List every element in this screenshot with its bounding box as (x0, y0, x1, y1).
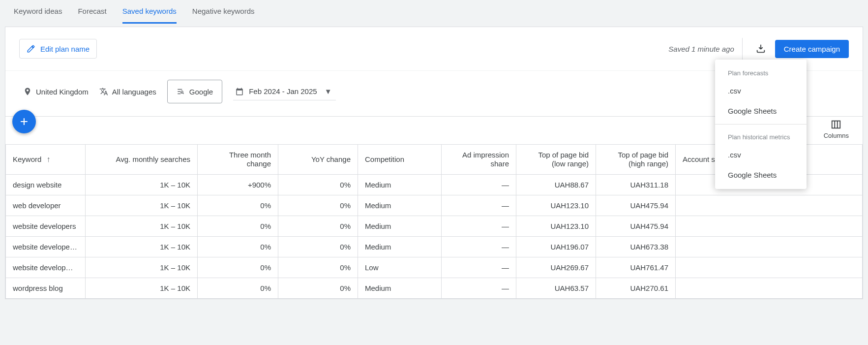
table-row[interactable]: web developer1K – 10K0%0%Medium—UAH123.1… (6, 195, 863, 216)
cell-imp: — (442, 278, 516, 299)
cell-bid-low: UAH123.10 (516, 195, 596, 216)
language-filter[interactable]: All languages (99, 87, 156, 96)
svg-rect-0 (832, 121, 840, 128)
col-competition[interactable]: Competition (358, 145, 442, 175)
location-label: United Kingdom (36, 88, 89, 96)
create-campaign-button[interactable]: Create campaign (775, 40, 849, 58)
cell-comp: Low (358, 257, 442, 278)
translate-icon (99, 87, 108, 96)
tab-keyword-ideas[interactable]: Keyword ideas (14, 0, 62, 24)
cell-keyword: wordpress blog (6, 278, 86, 299)
cell-tmc: 0% (198, 257, 278, 278)
table-row[interactable]: website developers1K – 10K0%0%Medium—UAH… (6, 216, 863, 237)
cell-yoy: 0% (278, 257, 358, 278)
cell-keyword: website developers (6, 216, 86, 237)
sort-arrow-icon: ↑ (47, 155, 51, 163)
cell-bid-low: UAH88.67 (516, 175, 596, 195)
download-button[interactable] (750, 38, 771, 59)
cell-yoy: 0% (278, 278, 358, 299)
cell-keyword: web developer (6, 195, 86, 216)
col-yoy-change[interactable]: YoY change (278, 145, 358, 175)
columns-button[interactable]: Columns (824, 119, 849, 139)
columns-label: Columns (824, 132, 849, 139)
cell-bid-high: UAH761.47 (596, 257, 676, 278)
location-filter[interactable]: United Kingdom (23, 87, 89, 96)
saved-status: Saved 1 minute ago (668, 45, 734, 53)
download-icon (755, 43, 766, 54)
edit-plan-name-label: Edit plan name (40, 45, 90, 53)
cell-tmc: 0% (198, 216, 278, 237)
network-label: Google (189, 88, 213, 96)
dropdown-sheets-historical[interactable]: Google Sheets (715, 165, 807, 185)
network-filter[interactable]: Google (167, 80, 222, 103)
cell-comp: Medium (358, 216, 442, 237)
cell-comp: Medium (358, 195, 442, 216)
cell-comp: Medium (358, 237, 442, 257)
dropdown-csv-forecasts[interactable]: .csv (715, 81, 807, 101)
dropdown-section-historical: Plan historical metrics (715, 127, 807, 145)
col-keyword[interactable]: Keyword ↑ (6, 145, 86, 175)
cell-avg: 1K – 10K (86, 257, 198, 278)
date-range-filter[interactable]: Feb 2024 - Jan 2025 ▼ (233, 83, 335, 100)
pencil-icon (27, 44, 35, 53)
cell-tmc: 0% (198, 237, 278, 257)
cell-avg: 1K – 10K (86, 237, 198, 257)
cell-status (676, 195, 863, 216)
cell-imp: — (442, 237, 516, 257)
cell-imp: — (442, 195, 516, 216)
add-keyword-button[interactable]: + (12, 110, 36, 133)
cell-bid-low: UAH123.10 (516, 216, 596, 237)
table-row[interactable]: wordpress blog1K – 10K0%0%Medium—UAH63.5… (6, 278, 863, 299)
edit-plan-name-button[interactable]: Edit plan name (19, 39, 97, 59)
dropdown-divider (715, 124, 807, 125)
tab-forecast[interactable]: Forecast (78, 0, 106, 24)
cell-avg: 1K – 10K (86, 216, 198, 237)
cell-avg: 1K – 10K (86, 278, 198, 299)
nav-tabs: Keyword ideas Forecast Saved keywords Ne… (0, 0, 868, 24)
cell-imp: — (442, 175, 516, 195)
calendar-icon (235, 87, 244, 96)
cell-avg: 1K – 10K (86, 175, 198, 195)
col-bid-low[interactable]: Top of page bid (low range) (516, 145, 596, 175)
col-bid-high[interactable]: Top of page bid (high range) (596, 145, 676, 175)
cell-comp: Medium (358, 175, 442, 195)
cell-comp: Medium (358, 278, 442, 299)
cell-imp: — (442, 257, 516, 278)
cell-bid-high: UAH311.18 (596, 175, 676, 195)
tab-negative-keywords[interactable]: Negative keywords (192, 0, 255, 24)
cell-bid-high: UAH475.94 (596, 195, 676, 216)
table-row[interactable]: website developmen…1K – 10K0%0%Low—UAH26… (6, 257, 863, 278)
cell-yoy: 0% (278, 175, 358, 195)
col-avg-searches[interactable]: Avg. monthly searches (86, 145, 198, 175)
cell-status (676, 278, 863, 299)
cell-status (676, 237, 863, 257)
cell-status (676, 216, 863, 237)
cell-bid-high: UAH475.94 (596, 216, 676, 237)
search-network-icon (177, 87, 185, 96)
language-label: All languages (112, 88, 156, 96)
table-row[interactable]: website developers n…1K – 10K0%0%Medium—… (6, 237, 863, 257)
cell-bid-low: UAH63.57 (516, 278, 596, 299)
cell-yoy: 0% (278, 216, 358, 237)
cell-bid-high: UAH673.38 (596, 237, 676, 257)
col-three-month-change[interactable]: Three month change (198, 145, 278, 175)
cell-yoy: 0% (278, 195, 358, 216)
location-icon (23, 87, 32, 96)
cell-keyword: website developmen… (6, 257, 86, 278)
plan-toolbar: Edit plan name Saved 1 minute ago Create… (5, 27, 863, 70)
dropdown-sheets-forecasts[interactable]: Google Sheets (715, 101, 807, 121)
cell-bid-high: UAH270.61 (596, 278, 676, 299)
cell-avg: 1K – 10K (86, 195, 198, 216)
col-ad-impression-share[interactable]: Ad impression share (442, 145, 516, 175)
tab-saved-keywords[interactable]: Saved keywords (122, 0, 177, 24)
chevron-down-icon: ▼ (325, 87, 332, 95)
cell-keyword: design website (6, 175, 86, 195)
download-dropdown: Plan forecasts .csv Google Sheets Plan h… (715, 60, 807, 189)
cell-bid-low: UAH196.07 (516, 237, 596, 257)
cell-keyword: website developers n… (6, 237, 86, 257)
cell-yoy: 0% (278, 237, 358, 257)
dropdown-csv-historical[interactable]: .csv (715, 145, 807, 165)
cell-tmc: +900% (198, 175, 278, 195)
divider (742, 38, 743, 60)
cell-tmc: 0% (198, 278, 278, 299)
